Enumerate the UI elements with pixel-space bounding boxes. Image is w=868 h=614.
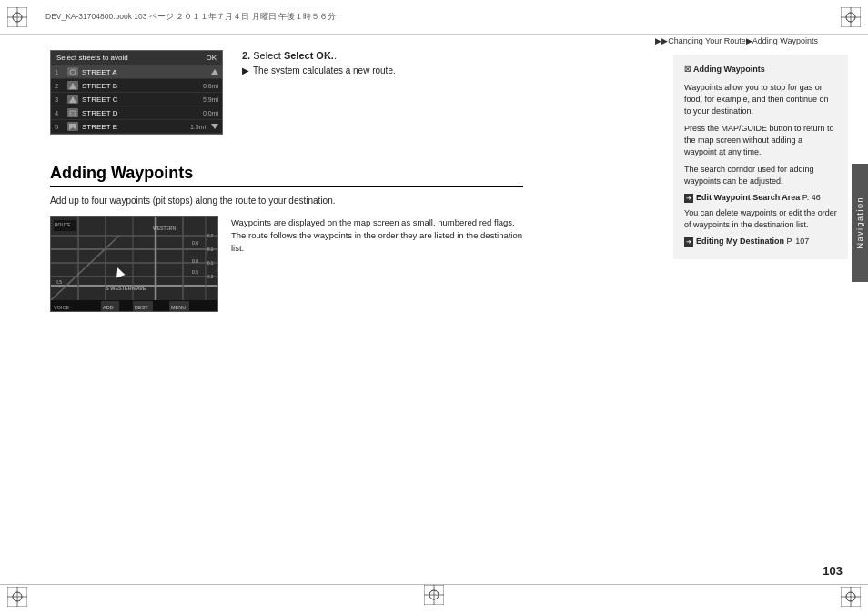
sidebar-tab-label: Navigation bbox=[855, 196, 864, 249]
step2-area: Select streets to avoid OK 1 STREET A bbox=[50, 50, 523, 146]
corner-mark-bc bbox=[424, 585, 444, 607]
section-title: Adding Waypoints bbox=[50, 164, 523, 187]
main-content: Select streets to avoid OK 1 STREET A bbox=[50, 50, 523, 312]
svg-text:DEST: DEST bbox=[135, 305, 148, 310]
header-bar: DEV_KA-31704800.book 103 ページ ２０１１年７月４日 月… bbox=[0, 0, 868, 35]
panel-p4: You can delete waypoints or edit the ord… bbox=[684, 207, 837, 231]
page-number: 103 bbox=[823, 564, 843, 578]
svg-marker-27 bbox=[211, 124, 218, 129]
panel-title-text: Adding Waypoints bbox=[693, 64, 765, 76]
panel-title-icon: ☒ bbox=[684, 65, 691, 75]
svg-text:0.5: 0.5 bbox=[56, 279, 62, 285]
breadcrumb: ▶▶Changing Your Route▶Adding Waypoints bbox=[655, 36, 818, 45]
screen-title: Select streets to avoid bbox=[56, 54, 128, 62]
panel-p1: Waypoints allow you to stop for gas or f… bbox=[684, 82, 837, 117]
breadcrumb-text: ▶▶Changing Your Route▶Adding Waypoints bbox=[655, 36, 818, 45]
svg-text:0.1: 0.1 bbox=[207, 247, 214, 252]
bullet-arrow: ▶ bbox=[242, 65, 249, 77]
row5-icon bbox=[67, 122, 78, 131]
corner-mark-bl bbox=[7, 587, 27, 607]
desc-para: Waypoints are displayed on the map scree… bbox=[231, 216, 523, 254]
link1-text: Edit Waypoint Search Area P. 46 bbox=[696, 193, 821, 204]
row1-icon bbox=[67, 67, 78, 76]
rule-bottom bbox=[0, 584, 868, 585]
link2-icon: ➔ bbox=[684, 237, 693, 247]
street-avoid-box: Select streets to avoid OK 1 STREET A bbox=[50, 50, 223, 135]
scroll-arrow-down bbox=[211, 122, 218, 131]
step-number: 2. Select Select OK.. bbox=[242, 50, 523, 61]
svg-marker-26 bbox=[69, 124, 76, 130]
map-screenshot: WESTERN 0.5 0.0 0.0 0.5 0.2 0.1 0.1 0.2 … bbox=[50, 216, 218, 312]
svg-marker-21 bbox=[211, 69, 218, 75]
panel-link1: ➔ Edit Waypoint Search Area P. 46 bbox=[684, 193, 837, 204]
step-bullet: ▶ The system calculates a new route. bbox=[242, 65, 523, 77]
screen-row-2: 2 STREET B 0.6mi bbox=[51, 79, 222, 93]
screen-row-1: 1 STREET A bbox=[51, 65, 222, 79]
screen-rows: 1 STREET A 2 STREET B bbox=[51, 65, 222, 134]
svg-text:VOICE: VOICE bbox=[54, 305, 69, 310]
svg-text:MENU: MENU bbox=[171, 305, 186, 310]
row2-icon bbox=[67, 81, 78, 90]
screen-row-4: 4 STREET D 0.0mi bbox=[51, 106, 222, 120]
panel-p3: The search corridor used for adding wayp… bbox=[684, 164, 837, 187]
map-desc-row: WESTERN 0.5 0.0 0.0 0.5 0.2 0.1 0.1 0.2 … bbox=[50, 216, 523, 312]
bullet-text: The system calculates a new route. bbox=[253, 65, 396, 77]
svg-marker-23 bbox=[69, 96, 76, 103]
svg-text:ADD: ADD bbox=[103, 305, 114, 310]
svg-text:0.0: 0.0 bbox=[192, 258, 198, 264]
svg-text:0.2: 0.2 bbox=[207, 275, 214, 279]
link2-text: Editing My Destination P. 107 bbox=[696, 237, 809, 247]
rule-top bbox=[0, 35, 868, 35]
file-info: DEV_KA-31704800.book 103 ページ ２０１１年７月４日 月… bbox=[45, 12, 823, 23]
svg-text:0.2: 0.2 bbox=[207, 234, 214, 238]
svg-marker-22 bbox=[69, 83, 76, 89]
svg-text:0.5: 0.5 bbox=[192, 269, 198, 275]
row4-icon bbox=[67, 108, 78, 117]
corner-mark-br bbox=[841, 587, 861, 607]
screen-row-3: 3 STREET C 5.9mi bbox=[51, 93, 222, 106]
svg-text:WESTERN: WESTERN bbox=[153, 226, 176, 231]
svg-text:S WESTERN AVE: S WESTERN AVE bbox=[106, 286, 146, 291]
svg-point-20 bbox=[70, 69, 76, 75]
map-svg: WESTERN 0.5 0.0 0.0 0.5 0.2 0.1 0.1 0.2 … bbox=[51, 217, 218, 312]
svg-text:0.0: 0.0 bbox=[192, 240, 198, 246]
panel-link2: ➔ Editing My Destination P. 107 bbox=[684, 237, 837, 247]
step-action: Select Select OK.. bbox=[253, 50, 337, 61]
navigation-tab: Navigation bbox=[852, 164, 868, 282]
intro-text: Add up to four waypoints (pit stops) alo… bbox=[50, 195, 523, 207]
panel-p2: Press the MAP/GUIDE button to return to … bbox=[684, 123, 837, 158]
screen-ok: OK bbox=[206, 54, 217, 62]
street-screenshot: Select streets to avoid OK 1 STREET A bbox=[50, 50, 227, 146]
scroll-arrow-up bbox=[211, 67, 218, 76]
svg-text:0.1: 0.1 bbox=[207, 261, 214, 266]
screen-row-5: 5 STREET E 1.5mi bbox=[51, 120, 222, 134]
map-description: Waypoints are displayed on the map scree… bbox=[231, 216, 523, 254]
svg-text:ROUTE: ROUTE bbox=[55, 222, 71, 227]
row3-icon bbox=[67, 95, 78, 104]
right-panel: ☒ Adding Waypoints Waypoints allow you t… bbox=[673, 55, 848, 259]
link1-icon: ➔ bbox=[684, 194, 693, 203]
screen-header: Select streets to avoid OK bbox=[51, 51, 222, 65]
right-panel-title: ☒ Adding Waypoints bbox=[684, 64, 837, 76]
step2-text: 2. Select Select OK.. ▶ The system calcu… bbox=[242, 50, 523, 146]
